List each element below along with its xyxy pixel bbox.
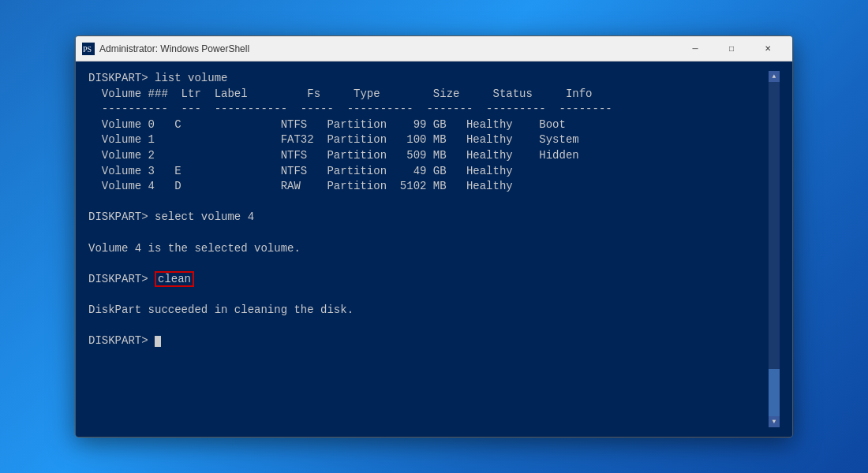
powershell-icon: PS <box>82 43 95 55</box>
select-volume-message: Volume 4 is the selected volume. <box>88 241 769 257</box>
volume-row-3: Volume 3 E NTFS Partition 49 GB Healthy <box>88 164 769 180</box>
table-header: Volume ### Ltr Label Fs Type Size Status… <box>88 87 769 102</box>
cursor-blink <box>155 336 161 347</box>
volume-row-2: Volume 2 NTFS Partition 509 MB Healthy H… <box>88 148 769 164</box>
window-controls: ─ □ ✕ <box>677 36 786 61</box>
clean-success-message: DiskPart succeeded in cleaning the disk. <box>88 303 769 318</box>
scrollbar-track[interactable] <box>769 82 780 416</box>
empty-line-1 <box>88 195 769 210</box>
scroll-down-arrow[interactable]: ▼ <box>769 416 780 427</box>
minimize-button[interactable]: ─ <box>677 36 713 61</box>
command-list-volume: DISKPART> list volume <box>88 71 769 87</box>
table-divider: ---------- --- ----------- ----- -------… <box>88 102 769 117</box>
volume-row-4: Volume 4 D RAW Partition 5102 MB Healthy <box>88 179 769 195</box>
svg-text:PS: PS <box>83 45 92 54</box>
scrollbar-thumb[interactable] <box>769 369 780 416</box>
powershell-window: PS Administrator: Windows PowerShell ─ □… <box>75 35 793 438</box>
command-clean-line: DISKPART> clean <box>88 272 769 288</box>
empty-line-5 <box>88 318 769 334</box>
command-select-volume: DISKPART> select volume 4 <box>88 210 769 225</box>
empty-line-3 <box>88 256 769 272</box>
volume-row-1: Volume 1 FAT32 Partition 100 MB Healthy … <box>88 132 769 148</box>
final-prompt: DISKPART> <box>88 333 769 349</box>
maximize-button[interactable]: □ <box>713 36 750 61</box>
close-button[interactable]: ✕ <box>750 36 786 61</box>
scrollbar[interactable]: ▲ ▼ <box>769 71 780 427</box>
empty-line-4 <box>88 287 769 303</box>
clean-command-highlight: clean <box>155 271 194 287</box>
console-area: DISKPART> list volume Volume ### Ltr Lab… <box>76 61 792 437</box>
window-title: Administrator: Windows PowerShell <box>99 43 677 54</box>
scroll-up-arrow[interactable]: ▲ <box>769 71 780 82</box>
empty-line-2 <box>88 225 769 241</box>
console-output: DISKPART> list volume Volume ### Ltr Lab… <box>88 71 769 427</box>
volume-row-0: Volume 0 C NTFS Partition 99 GB Healthy … <box>88 117 769 133</box>
titlebar: PS Administrator: Windows PowerShell ─ □… <box>76 36 792 61</box>
